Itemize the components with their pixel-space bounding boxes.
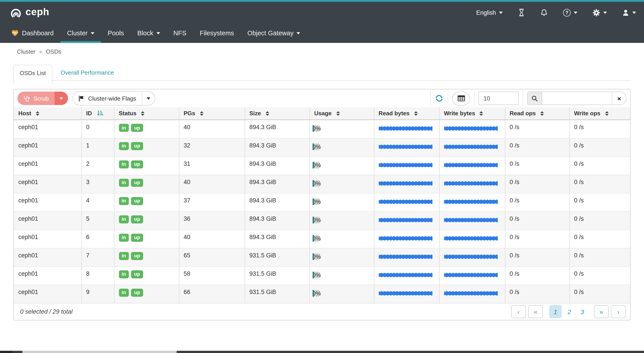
chevron-down-icon bbox=[297, 32, 300, 34]
table-row[interactable]: ceph01 4 inup 37 894.3 GiB 0% 0 /s 0 /s bbox=[14, 193, 630, 211]
refresh-button[interactable] bbox=[435, 94, 444, 102]
cell-read-bytes bbox=[374, 248, 439, 266]
nav-item-dashboard[interactable]: Dashboard bbox=[4, 23, 60, 43]
scrollbar-thumb[interactable] bbox=[22, 351, 177, 353]
pagination-first-button[interactable]: « bbox=[528, 305, 543, 318]
status-badge-up: up bbox=[131, 160, 143, 168]
cell-write-ops: 0 /s bbox=[569, 211, 630, 230]
scrub-dropdown-toggle[interactable] bbox=[54, 92, 68, 105]
nav-item-nfs[interactable]: NFS bbox=[166, 23, 193, 43]
chevron-down-icon bbox=[574, 11, 577, 14]
status-badge-up: up bbox=[131, 234, 143, 242]
table-grid-icon bbox=[457, 95, 465, 101]
table-row[interactable]: ceph01 2 inup 31 894.3 GiB 0% 0 /s 0 /s bbox=[14, 156, 630, 175]
col-header-pgs[interactable]: PGs bbox=[179, 107, 245, 120]
cell-read-bytes bbox=[374, 285, 439, 303]
cell-id: 2 bbox=[82, 156, 114, 175]
help-menu[interactable]: ? bbox=[563, 9, 577, 16]
pagination-page-3[interactable]: 3 bbox=[577, 305, 588, 318]
notifications-button[interactable] bbox=[540, 9, 548, 16]
cell-id: 3 bbox=[82, 175, 114, 193]
cell-host: ceph01 bbox=[14, 120, 82, 138]
cell-status: inup bbox=[114, 175, 179, 193]
col-header-size[interactable]: Size bbox=[245, 107, 310, 120]
scrub-button[interactable]: Scrub bbox=[18, 92, 54, 105]
flags-dropdown-toggle[interactable] bbox=[142, 92, 154, 105]
nav-item-block[interactable]: Block bbox=[130, 23, 166, 43]
pagination-last-button[interactable]: » bbox=[594, 305, 609, 318]
col-header-read-ops[interactable]: Read ops bbox=[505, 107, 569, 120]
col-header-read-bytes[interactable]: Read bytes bbox=[374, 107, 439, 120]
col-header-id[interactable]: ID bbox=[82, 107, 114, 120]
search-clear-button[interactable]: × bbox=[612, 92, 626, 105]
tab-overall-performance[interactable]: Overall Performance bbox=[52, 65, 122, 80]
table-row[interactable]: ceph01 3 inup 40 894.3 GiB 0% 0 /s 0 /s bbox=[14, 175, 630, 193]
nav-item-cluster[interactable]: Cluster bbox=[60, 23, 101, 43]
cell-read-bytes bbox=[374, 211, 439, 230]
col-header-write-ops[interactable]: Write ops bbox=[569, 107, 630, 120]
settings-menu[interactable] bbox=[592, 9, 607, 16]
table-row[interactable]: ceph01 6 inup 40 894.3 GiB 0% 0 /s 0 /s bbox=[14, 230, 630, 248]
language-selector[interactable]: English bbox=[476, 9, 503, 16]
cell-write-ops: 0 /s bbox=[569, 193, 630, 211]
usage-progress-fill bbox=[312, 235, 314, 242]
table-row[interactable]: ceph01 9 inup 66 931.5 GiB 0% 0 /s 0 /s bbox=[14, 285, 630, 303]
nav-item-pools[interactable]: Pools bbox=[101, 23, 131, 43]
table-row[interactable]: ceph01 5 inup 36 894.3 GiB 0% 0 /s 0 /s bbox=[14, 211, 630, 230]
cluster-wide-flags-button[interactable]: Cluster-wide Flags bbox=[73, 92, 142, 105]
page-size-input[interactable] bbox=[478, 92, 519, 105]
breadcrumb-parent[interactable]: Cluster bbox=[17, 48, 35, 55]
nav-item-object-gateway[interactable]: Object Gateway bbox=[240, 23, 307, 43]
horizontal-scrollbar[interactable] bbox=[0, 351, 644, 353]
sort-icon bbox=[36, 111, 39, 115]
traffic-sparkline bbox=[378, 235, 432, 242]
cell-size: 894.3 GiB bbox=[245, 193, 310, 211]
cell-write-ops: 0 /s bbox=[569, 248, 630, 266]
status-badge-in: in bbox=[119, 179, 129, 187]
usage-progress-bar: 0% bbox=[312, 143, 321, 150]
ceph-logo[interactable]: ceph bbox=[10, 6, 50, 18]
sort-icon bbox=[336, 111, 340, 115]
sort-icon bbox=[200, 111, 203, 115]
col-header-usage[interactable]: Usage bbox=[310, 107, 374, 120]
table-row[interactable]: ceph01 1 inup 32 894.3 GiB 0% 0 /s 0 /s bbox=[14, 138, 630, 156]
nav-item-filesystems[interactable]: Filesystems bbox=[193, 23, 240, 43]
gear-icon bbox=[592, 9, 600, 16]
task-queue-button[interactable] bbox=[518, 8, 525, 16]
traffic-sparkline bbox=[378, 253, 432, 260]
pagination-next-button[interactable]: › bbox=[611, 305, 626, 318]
cell-pgs: 31 bbox=[179, 156, 245, 175]
flag-icon bbox=[78, 95, 84, 102]
col-header-host[interactable]: Host bbox=[14, 107, 82, 120]
cell-id: 6 bbox=[82, 230, 114, 248]
traffic-sparkline bbox=[378, 143, 432, 150]
col-header-write-bytes[interactable]: Write bytes bbox=[439, 107, 505, 120]
table-row[interactable]: ceph01 8 inup 58 931.5 GiB 0% 0 /s 0 /s bbox=[14, 266, 630, 285]
sort-icon bbox=[605, 111, 608, 115]
pagination-page-2[interactable]: 2 bbox=[564, 305, 575, 318]
selection-summary: 0 selected / 29 total bbox=[20, 308, 72, 315]
pagination-prev-button[interactable]: ‹ bbox=[511, 305, 526, 318]
column-toggle-button[interactable] bbox=[452, 91, 470, 105]
table-row[interactable]: ceph01 7 inup 65 931.5 GiB 0% 0 /s 0 /s bbox=[14, 248, 630, 266]
cell-usage: 0% bbox=[310, 285, 374, 303]
cell-status: inup bbox=[114, 120, 179, 138]
table-row[interactable]: ceph01 0 inup 40 894.3 GiB 0% 0 /s 0 /s bbox=[14, 120, 630, 138]
status-badge-in: in bbox=[119, 270, 129, 278]
col-header-status[interactable]: Status bbox=[114, 107, 179, 120]
osds-panel: Scrub Cluster-wide Flags bbox=[14, 89, 630, 320]
cell-status: inup bbox=[114, 248, 179, 266]
search-input[interactable] bbox=[542, 92, 612, 105]
tab-osds-list[interactable]: OSDs List bbox=[14, 65, 52, 84]
sort-icon bbox=[414, 111, 418, 115]
chevron-down-icon bbox=[60, 97, 63, 99]
status-badge-in: in bbox=[119, 234, 129, 242]
traffic-sparkline bbox=[378, 125, 432, 132]
cell-id: 7 bbox=[82, 248, 114, 266]
usage-progress-bar: 0% bbox=[312, 235, 321, 242]
usage-progress-fill bbox=[312, 180, 314, 187]
cell-status: inup bbox=[114, 285, 179, 303]
cell-write-ops: 0 /s bbox=[569, 120, 630, 138]
pagination-page-1[interactable]: 1 bbox=[549, 305, 562, 318]
user-menu[interactable] bbox=[622, 9, 636, 16]
